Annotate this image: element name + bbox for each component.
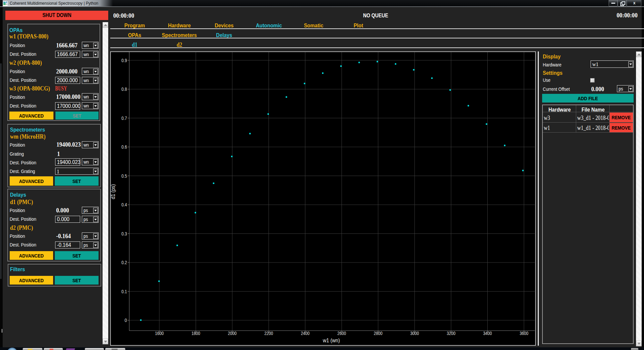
svg-text:0.8: 0.8: [122, 86, 127, 92]
svg-text:0.7: 0.7: [122, 116, 127, 121]
svg-text:1800: 1800: [191, 331, 200, 336]
svg-text:2800: 2800: [374, 331, 382, 336]
svg-text:3000: 3000: [410, 331, 419, 336]
svg-text:0.3: 0.3: [122, 231, 127, 236]
svg-text:0: 0: [125, 318, 127, 323]
svg-text:1600: 1600: [155, 331, 164, 336]
svg-text:3400: 3400: [483, 331, 492, 336]
svg-text:0.1: 0.1: [122, 289, 127, 294]
svg-text:3200: 3200: [447, 331, 455, 336]
svg-text:0.2: 0.2: [122, 260, 127, 265]
svg-text:w1 (wn): w1 (wn): [323, 338, 340, 343]
svg-text:2200: 2200: [265, 331, 273, 336]
svg-text:d1 (ps): d1 (ps): [110, 184, 116, 199]
svg-text:2400: 2400: [301, 331, 310, 336]
svg-text:3600: 3600: [520, 331, 528, 336]
svg-text:0.5: 0.5: [122, 173, 127, 179]
svg-text:0.9: 0.9: [122, 58, 127, 63]
svg-text:2600: 2600: [337, 331, 346, 336]
svg-text:2000: 2000: [228, 331, 236, 336]
svg-text:0.6: 0.6: [122, 144, 127, 150]
svg-text:0.4: 0.4: [122, 202, 127, 207]
